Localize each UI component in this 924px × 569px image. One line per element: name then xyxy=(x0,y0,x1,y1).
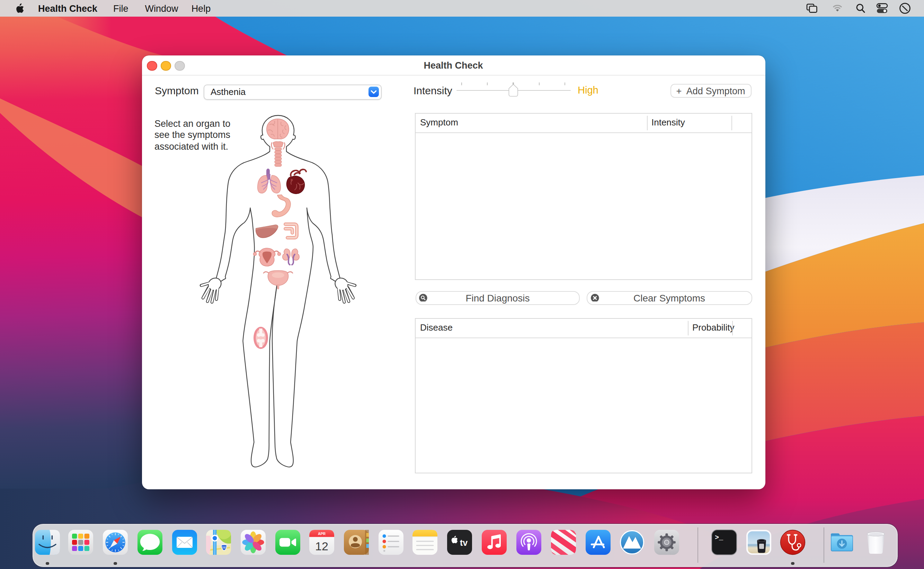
svg-text:280: 280 xyxy=(221,545,226,549)
svg-text:>_: >_ xyxy=(715,534,723,542)
svg-text:tv: tv xyxy=(460,538,468,548)
svg-text:APR: APR xyxy=(318,532,326,536)
svg-text:12: 12 xyxy=(315,540,328,553)
